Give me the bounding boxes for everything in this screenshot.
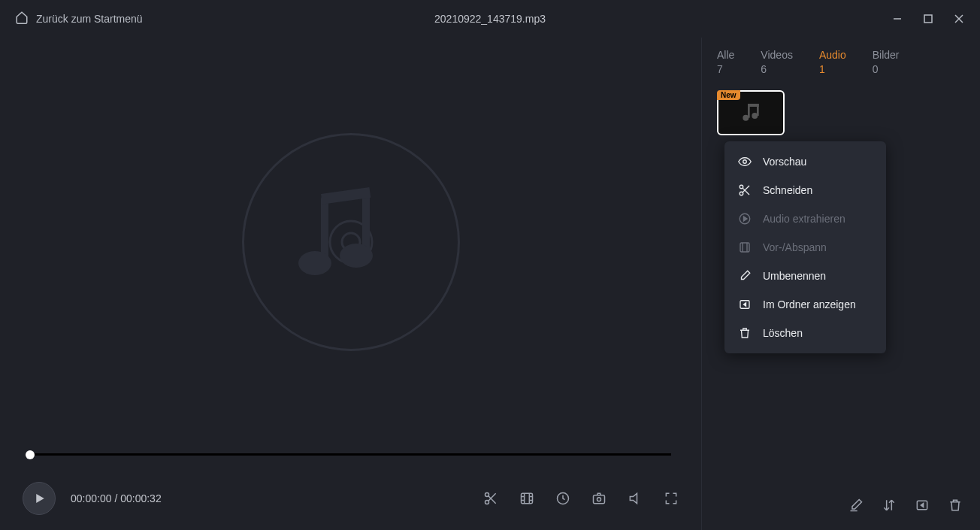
menu-label: Löschen [763,327,803,339]
menu-label: Vorschau [763,156,806,168]
menu-item-vor-abspann: Vor-/Abspann [724,233,886,262]
menu-label: Umbenennen [763,270,826,282]
sidebar-panel: Alle 7 Videos 6 Audio 1 Bilder 0 New [702,38,980,530]
menu-label: Audio extrahieren [763,213,845,225]
home-icon [15,11,29,27]
menu-label: Vor-/Abspann [763,241,827,253]
tab-audio[interactable]: Audio 1 [819,49,846,75]
tab-label: Audio [819,49,846,61]
volume-icon[interactable] [628,491,643,506]
window-controls [891,13,965,25]
svg-point-12 [485,501,489,504]
new-badge: New [717,90,740,100]
music-disc-icon [242,133,460,351]
tab-count: 1 [819,63,846,75]
svg-point-10 [340,244,373,268]
media-tabs: Alle 7 Videos 6 Audio 1 Bilder 0 [717,49,965,75]
menu-item-im-ordner-anzeigen[interactable]: Im Ordner anzeigen [724,290,886,319]
play-icon [32,492,46,505]
preview-area [15,38,686,446]
svg-point-33 [740,192,743,195]
player-panel: 00:00:00 / 00:00:32 [0,38,702,530]
svg-rect-6 [321,197,328,261]
progress-thumb[interactable] [26,450,35,459]
trash-tool-icon[interactable] [947,497,963,513]
svg-rect-37 [740,243,749,252]
back-label: Zurück zum Startmenü [36,13,143,25]
progress-container [15,453,686,456]
menu-label: Schneiden [763,184,812,196]
menu-item-vorschau[interactable]: Vorschau [724,147,886,176]
time-total: 00:00:32 [120,492,162,504]
import-icon[interactable] [914,497,930,513]
eye-icon [738,155,752,168]
time-separator: / [112,492,121,504]
svg-rect-15 [522,493,533,503]
extract-audio-icon [738,212,752,226]
svg-point-31 [743,160,747,164]
titlebar: Zurück zum Startmenü 20210922_143719.mp3 [0,0,980,38]
menu-item-schneiden[interactable]: Schneiden [724,176,886,204]
svg-point-11 [485,493,489,497]
minimize-button[interactable] [891,13,903,25]
tab-alle[interactable]: Alle 7 [717,49,734,75]
file-title: 20210922_143719.mp3 [434,13,546,25]
tab-count: 0 [873,63,900,75]
controls-right [483,491,679,506]
back-to-start-button[interactable]: Zurück zum Startmenü [15,11,143,27]
fullscreen-icon[interactable] [664,491,679,506]
progress-bar[interactable] [30,453,671,456]
svg-marker-25 [630,493,637,503]
tab-label: Videos [761,49,793,61]
svg-rect-23 [594,495,605,504]
controls-left: 00:00:00 / 00:00:32 [23,482,162,515]
trash-icon [738,326,752,340]
player-controls: 00:00:00 / 00:00:32 [15,482,686,515]
svg-rect-30 [748,104,759,107]
context-menu: Vorschau Schneiden Audio extrahieren Vor… [724,141,886,353]
svg-rect-28 [748,106,750,118]
menu-item-umbenennen[interactable]: Umbenennen [724,262,886,290]
speed-icon[interactable] [555,491,570,506]
audio-thumbnail[interactable]: New [717,90,785,135]
menu-item-audio-extrahieren: Audio extrahieren [724,204,886,233]
sidebar-bottom-tools [848,497,963,513]
sort-icon[interactable] [881,497,897,513]
scissors-icon [738,183,752,197]
cut-icon[interactable] [483,491,498,506]
time-display: 00:00:00 / 00:00:32 [71,492,162,504]
tab-count: 6 [761,63,793,75]
edit-tool-icon[interactable] [848,497,864,513]
edit-icon [738,269,752,283]
svg-point-9 [298,251,331,275]
filmstrip-icon [738,241,752,254]
menu-label: Im Ordner anzeigen [763,298,856,310]
folder-open-icon [738,298,752,311]
svg-rect-1 [924,15,932,23]
tab-bilder[interactable]: Bilder 0 [873,49,900,75]
svg-rect-7 [362,189,370,253]
time-current: 00:00:00 [71,492,112,504]
music-note-icon [739,101,763,125]
snapshot-icon[interactable] [591,491,606,506]
tab-count: 7 [717,63,734,75]
tab-videos[interactable]: Videos 6 [761,49,793,75]
svg-point-24 [597,498,601,501]
svg-point-32 [740,185,743,189]
menu-item-loeschen[interactable]: Löschen [724,319,886,347]
tab-label: Alle [717,49,734,61]
filmstrip-icon[interactable] [519,491,534,506]
maximize-button[interactable] [922,13,934,25]
close-button[interactable] [953,13,965,25]
main-content: 00:00:00 / 00:00:32 Alle 7 Videos 6 [0,38,980,530]
tab-label: Bilder [873,49,900,61]
play-button[interactable] [23,482,56,515]
